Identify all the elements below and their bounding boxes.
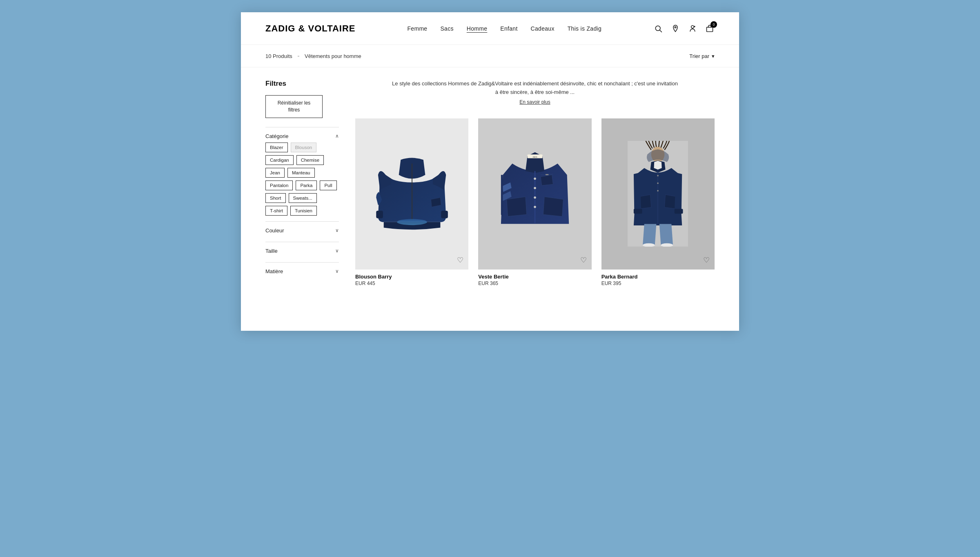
svg-point-2 xyxy=(675,27,676,28)
filter-couleur-header[interactable]: Couleur ∨ xyxy=(265,227,339,234)
filter-couleur-label: Couleur xyxy=(265,227,284,234)
product-card-2[interactable]: ♡ Parka Bernard EUR 395 xyxy=(601,118,715,288)
product-name-0: Blouson Barry xyxy=(355,274,468,280)
svg-point-24 xyxy=(657,190,659,192)
product-image-0: ♡ xyxy=(355,118,468,270)
reset-filters-button[interactable]: Réinitialiser les filtres xyxy=(265,95,323,118)
sort-label: Trier par xyxy=(689,53,709,59)
category-tag-blouson[interactable]: Blouson xyxy=(291,143,317,152)
filter-category-section: Catégorie ∧ BlazerBlousonCardiganChemise… xyxy=(265,127,339,221)
svg-point-14 xyxy=(534,206,536,208)
wishlist-button-0[interactable]: ♡ xyxy=(457,256,463,265)
svg-point-12 xyxy=(534,187,536,189)
category-tag-jean[interactable]: Jean xyxy=(265,168,285,178)
filter-category-label: Catégorie xyxy=(265,133,288,139)
category-tags: BlazerBlousonCardiganChemiseJeanManteauP… xyxy=(265,143,339,216)
filter-couleur-section: Couleur ∨ xyxy=(265,221,339,242)
nav-item-sacs[interactable]: Sacs xyxy=(440,25,453,32)
nav-item-femme[interactable]: Femme xyxy=(408,25,428,32)
product-info-0: Blouson Barry EUR 445 xyxy=(355,270,468,288)
product-price-1: EUR 365 xyxy=(478,281,591,286)
product-image-2: ♡ xyxy=(601,118,715,270)
matiere-chevron-icon: ∨ xyxy=(335,268,339,274)
filter-category-header[interactable]: Catégorie ∧ xyxy=(265,133,339,139)
category-tag-tunisien[interactable]: Tunisien xyxy=(290,206,317,216)
category-tag-sweats---[interactable]: Sweats... xyxy=(289,193,317,203)
breadcrumb-separator: - xyxy=(297,52,299,59)
svg-rect-16 xyxy=(546,174,548,176)
svg-rect-26 xyxy=(675,209,683,214)
wishlist-button-1[interactable]: ♡ xyxy=(580,256,587,265)
sort-chevron-icon: ▾ xyxy=(712,53,715,59)
filter-matiere-section: Matière ∨ xyxy=(265,262,339,283)
header-icons: 0 xyxy=(653,24,715,33)
category-tag-cardigan[interactable]: Cardigan xyxy=(265,155,294,165)
product-info-2: Parka Bernard EUR 395 xyxy=(601,270,715,288)
category-chevron-icon: ∧ xyxy=(335,133,339,139)
filter-taille-header[interactable]: Taille ∨ xyxy=(265,248,339,254)
sort-button[interactable]: Trier par ▾ xyxy=(689,53,715,59)
filter-matiere-header[interactable]: Matière ∨ xyxy=(265,268,339,274)
main-nav: FemmeSacsHommeEnfantCadeauxThis is Zadig xyxy=(408,25,602,32)
wishlist-button-2[interactable]: ♡ xyxy=(703,256,710,265)
svg-line-1 xyxy=(660,30,662,32)
product-count: 10 Produits xyxy=(265,53,292,59)
svg-point-23 xyxy=(657,183,659,184)
category-tag-short[interactable]: Short xyxy=(265,193,286,203)
nav-item-homme[interactable]: Homme xyxy=(467,25,488,32)
filter-matiere-label: Matière xyxy=(265,268,283,274)
sidebar: Filtres Réinitialiser les filtres Catégo… xyxy=(265,67,339,288)
category-tag-manteau[interactable]: Manteau xyxy=(287,168,315,178)
taille-chevron-icon: ∨ xyxy=(335,248,339,254)
products-area: Le style des collections Hommes de Zadig… xyxy=(355,67,715,288)
breadcrumb-bar: 10 Produits - Vêtements pour homme Trier… xyxy=(241,45,739,67)
category-tag-t-shirt[interactable]: T-shirt xyxy=(265,206,287,216)
svg-rect-7 xyxy=(376,211,383,218)
intro-text: Le style des collections Hommes de Zadig… xyxy=(392,80,678,106)
breadcrumb: 10 Produits - Vêtements pour homme xyxy=(265,52,361,60)
svg-point-13 xyxy=(534,196,536,199)
svg-rect-8 xyxy=(441,211,448,218)
svg-point-11 xyxy=(534,178,536,180)
product-info-1: Veste Bertie EUR 365 xyxy=(478,270,591,288)
svg-point-4 xyxy=(694,26,695,27)
category-tag-pantalon[interactable]: Pantalon xyxy=(265,180,293,190)
cart-icon[interactable]: 0 xyxy=(705,24,715,33)
category-tag-pull[interactable]: Pull xyxy=(320,180,336,190)
logo: ZADIG & VOLTAIRE xyxy=(265,23,356,34)
product-name-2: Parka Bernard xyxy=(601,274,715,280)
main-content: Filtres Réinitialiser les filtres Catégo… xyxy=(241,67,739,304)
filter-taille-label: Taille xyxy=(265,248,278,254)
product-grid: ♡ Blouson Barry EUR 445 xyxy=(355,118,715,288)
nav-item-this is zadig[interactable]: This is Zadig xyxy=(568,25,601,32)
nav-item-enfant[interactable]: Enfant xyxy=(500,25,517,32)
category-tag-chemise[interactable]: Chemise xyxy=(296,155,324,165)
filters-title: Filtres xyxy=(265,80,339,88)
cart-count: 0 xyxy=(710,21,717,28)
product-image-1: ZADIG ♡ xyxy=(478,118,591,270)
nav-item-cadeaux[interactable]: Cadeaux xyxy=(531,25,555,32)
read-more-link[interactable]: En savoir plus xyxy=(392,98,678,106)
couleur-chevron-icon: ∨ xyxy=(335,227,339,233)
product-card-0[interactable]: ♡ Blouson Barry EUR 445 xyxy=(355,118,468,288)
intro-paragraph: Le style des collections Hommes de Zadig… xyxy=(392,80,678,95)
product-name-1: Veste Bertie xyxy=(478,274,591,280)
product-card-1[interactable]: ZADIG ♡ Veste Bertie EUR 365 xyxy=(478,118,591,288)
category-tag-parka[interactable]: Parka xyxy=(296,180,317,190)
svg-point-9 xyxy=(397,219,427,225)
product-price-0: EUR 445 xyxy=(355,281,468,286)
product-price-2: EUR 395 xyxy=(601,281,715,286)
category-tag-blazer[interactable]: Blazer xyxy=(265,143,288,152)
location-icon[interactable] xyxy=(670,24,680,33)
header: ZADIG & VOLTAIRE FemmeSacsHommeEnfantCad… xyxy=(241,12,739,45)
category-label: Vêtements pour homme xyxy=(305,53,361,59)
svg-text:ZADIG: ZADIG xyxy=(532,156,537,158)
svg-point-3 xyxy=(691,25,694,28)
account-icon[interactable] xyxy=(688,24,697,33)
filter-taille-section: Taille ∨ xyxy=(265,242,339,262)
search-icon[interactable] xyxy=(653,24,663,33)
svg-rect-5 xyxy=(706,27,713,31)
svg-point-22 xyxy=(657,175,659,176)
svg-rect-25 xyxy=(634,209,642,214)
